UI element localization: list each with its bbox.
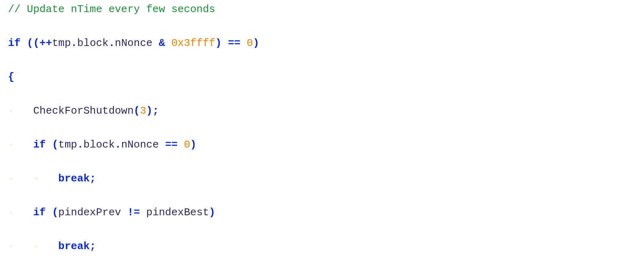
comment: // Update nTime every few seconds	[8, 3, 215, 15]
keyword-break: break	[58, 173, 90, 185]
code-line: // Update nTime every few seconds	[8, 1, 644, 18]
code-block: // Update nTime every few seconds if ((+…	[0, 0, 644, 262]
code-line: if ((++tmp.block.nNonce & 0x3ffff) == 0)	[8, 35, 644, 52]
code-line: · · break;	[8, 238, 644, 255]
hex-literal: 0x3ffff	[171, 37, 215, 49]
brace-open: {	[8, 71, 14, 83]
code-line: · CheckForShutdown(3);	[8, 102, 644, 119]
code-line: · if (tmp.block.nNonce == 0)	[8, 136, 644, 153]
code-line: · · break;	[8, 170, 644, 187]
code-line: · if (pindexPrev != pindexBest)	[8, 204, 644, 221]
keyword-if: if	[8, 37, 21, 49]
code-line: {	[8, 69, 644, 85]
